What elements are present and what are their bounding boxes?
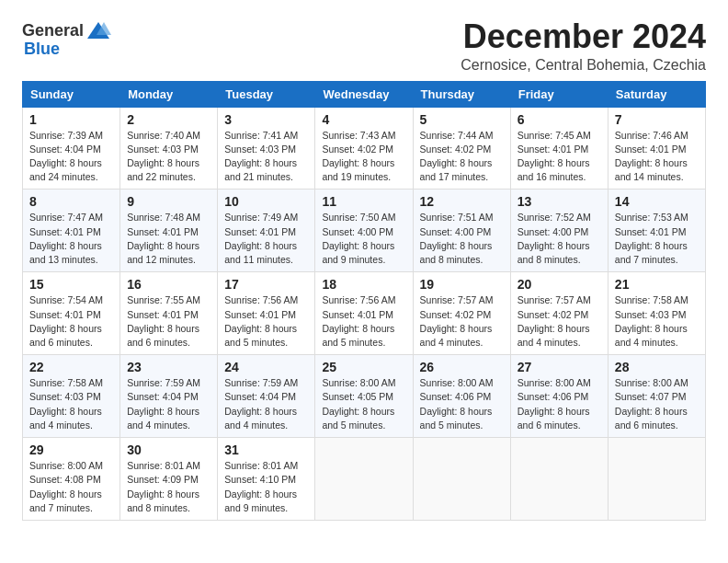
column-header-tuesday: Tuesday xyxy=(218,81,315,107)
calendar-cell: 8Sunrise: 7:47 AM Sunset: 4:01 PM Daylig… xyxy=(23,190,120,272)
logo-blue: Blue xyxy=(24,40,60,59)
day-number: 22 xyxy=(29,360,113,374)
day-info: Sunrise: 7:40 AM Sunset: 4:03 PM Dayligh… xyxy=(127,129,210,185)
day-info: Sunrise: 7:51 AM Sunset: 4:00 PM Dayligh… xyxy=(420,211,504,267)
day-number: 25 xyxy=(322,360,405,374)
calendar-cell xyxy=(608,438,705,521)
calendar-cell: 11Sunrise: 7:50 AM Sunset: 4:00 PM Dayli… xyxy=(315,190,413,272)
day-number: 4 xyxy=(322,112,405,127)
day-info: Sunrise: 7:57 AM Sunset: 4:02 PM Dayligh… xyxy=(420,293,504,350)
day-number: 13 xyxy=(518,194,601,209)
day-number: 19 xyxy=(420,277,504,292)
column-header-thursday: Thursday xyxy=(413,81,510,107)
day-number: 7 xyxy=(615,112,699,127)
calendar-cell xyxy=(413,438,510,521)
day-info: Sunrise: 8:00 AM Sunset: 4:06 PM Dayligh… xyxy=(518,376,601,432)
column-header-friday: Friday xyxy=(510,81,608,107)
day-number: 18 xyxy=(322,277,405,292)
column-header-saturday: Saturday xyxy=(608,81,705,107)
calendar-cell: 16Sunrise: 7:55 AM Sunset: 4:01 PM Dayli… xyxy=(120,272,218,355)
day-number: 28 xyxy=(615,360,699,374)
calendar-cell: 12Sunrise: 7:51 AM Sunset: 4:00 PM Dayli… xyxy=(413,190,510,272)
month-title: December 2024 xyxy=(461,18,706,55)
day-info: Sunrise: 8:00 AM Sunset: 4:07 PM Dayligh… xyxy=(615,376,699,432)
day-info: Sunrise: 7:58 AM Sunset: 4:03 PM Dayligh… xyxy=(615,293,699,350)
day-info: Sunrise: 7:39 AM Sunset: 4:04 PM Dayligh… xyxy=(29,129,113,185)
day-info: Sunrise: 7:53 AM Sunset: 4:01 PM Dayligh… xyxy=(615,211,699,267)
calendar-cell: 14Sunrise: 7:53 AM Sunset: 4:01 PM Dayli… xyxy=(608,190,705,272)
day-info: Sunrise: 7:48 AM Sunset: 4:01 PM Dayligh… xyxy=(127,211,210,267)
day-info: Sunrise: 8:01 AM Sunset: 4:09 PM Dayligh… xyxy=(127,459,210,515)
day-info: Sunrise: 7:56 AM Sunset: 4:01 PM Dayligh… xyxy=(224,293,308,350)
day-number: 12 xyxy=(420,194,504,209)
location-subtitle: Cernosice, Central Bohemia, Czechia xyxy=(461,57,706,74)
day-number: 6 xyxy=(518,112,601,127)
calendar-week-row: 15Sunrise: 7:54 AM Sunset: 4:01 PM Dayli… xyxy=(23,272,706,355)
calendar-cell: 19Sunrise: 7:57 AM Sunset: 4:02 PM Dayli… xyxy=(413,272,510,355)
calendar-cell: 29Sunrise: 8:00 AM Sunset: 4:08 PM Dayli… xyxy=(23,438,120,521)
calendar-cell xyxy=(510,438,608,521)
column-header-wednesday: Wednesday xyxy=(315,81,413,107)
calendar-cell: 4Sunrise: 7:43 AM Sunset: 4:02 PM Daylig… xyxy=(315,107,413,190)
calendar-cell: 2Sunrise: 7:40 AM Sunset: 4:03 PM Daylig… xyxy=(120,107,218,190)
day-info: Sunrise: 8:00 AM Sunset: 4:05 PM Dayligh… xyxy=(322,376,405,432)
day-info: Sunrise: 7:52 AM Sunset: 4:00 PM Dayligh… xyxy=(518,211,601,267)
calendar-cell: 9Sunrise: 7:48 AM Sunset: 4:01 PM Daylig… xyxy=(120,190,218,272)
logo: General Blue xyxy=(22,18,111,59)
calendar-cell: 24Sunrise: 7:59 AM Sunset: 4:04 PM Dayli… xyxy=(218,355,315,438)
calendar-cell: 21Sunrise: 7:58 AM Sunset: 4:03 PM Dayli… xyxy=(608,272,705,355)
day-info: Sunrise: 7:46 AM Sunset: 4:01 PM Dayligh… xyxy=(615,129,699,185)
column-header-monday: Monday xyxy=(120,81,218,107)
day-number: 27 xyxy=(518,360,601,374)
day-info: Sunrise: 7:59 AM Sunset: 4:04 PM Dayligh… xyxy=(224,376,308,432)
calendar-cell: 20Sunrise: 7:57 AM Sunset: 4:02 PM Dayli… xyxy=(510,272,608,355)
calendar-cell: 7Sunrise: 7:46 AM Sunset: 4:01 PM Daylig… xyxy=(608,107,705,190)
calendar-cell: 10Sunrise: 7:49 AM Sunset: 4:01 PM Dayli… xyxy=(218,190,315,272)
calendar-table: SundayMondayTuesdayWednesdayThursdayFrid… xyxy=(22,81,706,521)
calendar-cell: 1Sunrise: 7:39 AM Sunset: 4:04 PM Daylig… xyxy=(23,107,120,190)
day-number: 17 xyxy=(224,277,308,292)
day-info: Sunrise: 7:44 AM Sunset: 4:02 PM Dayligh… xyxy=(420,129,504,185)
logo-general: General xyxy=(22,22,84,40)
day-number: 11 xyxy=(322,194,405,209)
logo-icon xyxy=(85,18,111,44)
day-info: Sunrise: 7:47 AM Sunset: 4:01 PM Dayligh… xyxy=(29,211,113,267)
calendar-header-row: SundayMondayTuesdayWednesdayThursdayFrid… xyxy=(23,81,706,107)
day-number: 29 xyxy=(29,442,113,457)
calendar-cell: 30Sunrise: 8:01 AM Sunset: 4:09 PM Dayli… xyxy=(120,438,218,521)
column-header-sunday: Sunday xyxy=(23,81,120,107)
day-info: Sunrise: 7:55 AM Sunset: 4:01 PM Dayligh… xyxy=(127,293,210,350)
page-header: General Blue December 2024 Cernosice, Ce… xyxy=(22,18,706,74)
day-number: 3 xyxy=(224,112,308,127)
day-info: Sunrise: 7:57 AM Sunset: 4:02 PM Dayligh… xyxy=(518,293,601,350)
day-number: 26 xyxy=(420,360,504,374)
day-info: Sunrise: 7:49 AM Sunset: 4:01 PM Dayligh… xyxy=(224,211,308,267)
day-number: 23 xyxy=(127,360,210,374)
calendar-week-row: 8Sunrise: 7:47 AM Sunset: 4:01 PM Daylig… xyxy=(23,190,706,272)
day-info: Sunrise: 8:00 AM Sunset: 4:06 PM Dayligh… xyxy=(420,376,504,432)
calendar-cell: 25Sunrise: 8:00 AM Sunset: 4:05 PM Dayli… xyxy=(315,355,413,438)
day-number: 31 xyxy=(224,442,308,457)
day-number: 15 xyxy=(29,277,113,292)
day-number: 30 xyxy=(127,442,210,457)
calendar-cell: 6Sunrise: 7:45 AM Sunset: 4:01 PM Daylig… xyxy=(510,107,608,190)
calendar-cell: 3Sunrise: 7:41 AM Sunset: 4:03 PM Daylig… xyxy=(218,107,315,190)
calendar-cell: 26Sunrise: 8:00 AM Sunset: 4:06 PM Dayli… xyxy=(413,355,510,438)
day-number: 10 xyxy=(224,194,308,209)
day-info: Sunrise: 8:00 AM Sunset: 4:08 PM Dayligh… xyxy=(29,459,113,515)
calendar-cell: 23Sunrise: 7:59 AM Sunset: 4:04 PM Dayli… xyxy=(120,355,218,438)
day-number: 5 xyxy=(420,112,504,127)
day-number: 21 xyxy=(615,277,699,292)
day-number: 24 xyxy=(224,360,308,374)
calendar-cell: 27Sunrise: 8:00 AM Sunset: 4:06 PM Dayli… xyxy=(510,355,608,438)
calendar-cell: 17Sunrise: 7:56 AM Sunset: 4:01 PM Dayli… xyxy=(218,272,315,355)
calendar-week-row: 29Sunrise: 8:00 AM Sunset: 4:08 PM Dayli… xyxy=(23,438,706,521)
calendar-cell: 15Sunrise: 7:54 AM Sunset: 4:01 PM Dayli… xyxy=(23,272,120,355)
day-info: Sunrise: 7:41 AM Sunset: 4:03 PM Dayligh… xyxy=(224,129,308,185)
day-info: Sunrise: 7:59 AM Sunset: 4:04 PM Dayligh… xyxy=(127,376,210,432)
day-info: Sunrise: 7:45 AM Sunset: 4:01 PM Dayligh… xyxy=(518,129,601,185)
day-info: Sunrise: 7:56 AM Sunset: 4:01 PM Dayligh… xyxy=(322,293,405,350)
day-number: 2 xyxy=(127,112,210,127)
day-number: 8 xyxy=(29,194,113,209)
calendar-cell: 28Sunrise: 8:00 AM Sunset: 4:07 PM Dayli… xyxy=(608,355,705,438)
